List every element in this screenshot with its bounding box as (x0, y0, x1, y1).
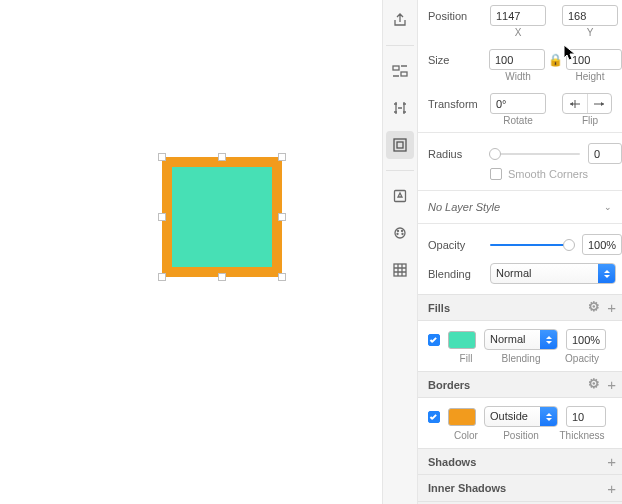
position-label: Position (428, 10, 490, 22)
layout-icon[interactable] (386, 94, 414, 122)
lock-icon[interactable]: 🔒 (545, 53, 566, 67)
caret-icon (540, 407, 557, 426)
borders-section-header[interactable]: Borders (418, 371, 622, 398)
border-enabled-checkbox[interactable] (428, 411, 440, 423)
blending-select[interactable]: Normal (490, 263, 616, 284)
fill-opacity-label: Opacity (558, 353, 606, 364)
position-y-sublabel: Y (562, 27, 618, 38)
smooth-corners-checkbox[interactable] (490, 168, 502, 180)
add-border-button[interactable] (607, 376, 616, 393)
svg-point-7 (402, 231, 403, 232)
fill-label: Fill (448, 353, 484, 364)
resize-handle-mr[interactable] (278, 213, 286, 221)
position-x-sublabel: X (490, 27, 546, 38)
frame-icon[interactable] (386, 131, 414, 159)
fill-blend-select[interactable]: Normal (484, 329, 558, 350)
gear-icon[interactable] (588, 376, 600, 393)
canvas-area[interactable] (0, 0, 382, 504)
position-y-input[interactable] (562, 5, 618, 26)
resize-handle-tm[interactable] (218, 153, 226, 161)
inspector-panel: Position X Y Size 🔒 Width Height Transfo… (418, 0, 622, 504)
svg-rect-0 (393, 66, 399, 70)
svg-rect-3 (397, 142, 403, 148)
caret-icon (540, 330, 557, 349)
shape-fill (172, 167, 272, 267)
opacity-slider[interactable] (490, 238, 574, 252)
svg-rect-1 (401, 72, 407, 76)
border-color-label: Color (448, 430, 484, 441)
flip-sublabel: Flip (562, 115, 618, 126)
fill-opacity-input[interactable] (566, 329, 606, 350)
inspector-tabstrip (382, 0, 418, 504)
grid-icon[interactable] (386, 256, 414, 284)
caret-icon (598, 264, 615, 283)
flip-horizontal-button[interactable] (563, 94, 587, 113)
border-position-label: Position (484, 430, 558, 441)
resize-handle-bm[interactable] (218, 273, 226, 281)
radius-slider[interactable] (490, 147, 580, 161)
resize-handle-tl[interactable] (158, 153, 166, 161)
gear-icon[interactable] (588, 299, 600, 316)
size-height-input[interactable] (566, 49, 622, 70)
opacity-label: Opacity (428, 239, 490, 251)
selected-shape[interactable] (162, 157, 282, 277)
svg-point-5 (395, 228, 405, 238)
fill-color-swatch[interactable] (448, 331, 476, 349)
chevron-down-icon: ⌄ (604, 202, 612, 212)
size-label: Size (428, 54, 489, 66)
border-thickness-input[interactable] (566, 406, 606, 427)
resize-handle-tr[interactable] (278, 153, 286, 161)
style-icon[interactable] (386, 182, 414, 210)
height-sublabel: Height (562, 71, 618, 82)
size-width-input[interactable] (489, 49, 545, 70)
flip-group (562, 93, 612, 114)
transform-label: Transform (428, 98, 490, 110)
svg-rect-10 (394, 264, 406, 276)
align-icon[interactable] (386, 57, 414, 85)
resize-handle-bl[interactable] (158, 273, 166, 281)
svg-point-9 (402, 234, 403, 235)
resize-handle-ml[interactable] (158, 213, 166, 221)
border-position-select[interactable]: Outside (484, 406, 558, 427)
border-thickness-label: Thickness (558, 430, 606, 441)
radius-label: Radius (428, 148, 490, 160)
layer-style-select[interactable]: No Layer Style (428, 201, 500, 213)
position-x-input[interactable] (490, 5, 546, 26)
opacity-input[interactable] (582, 234, 622, 255)
add-inner-shadow-button[interactable] (607, 480, 616, 497)
radius-input[interactable] (588, 143, 622, 164)
width-sublabel: Width (490, 71, 546, 82)
shadows-section-header[interactable]: Shadows (418, 448, 622, 475)
svg-rect-2 (394, 139, 406, 151)
rotate-sublabel: Rotate (490, 115, 546, 126)
appearance-icon[interactable] (386, 219, 414, 247)
rotate-input[interactable] (490, 93, 546, 114)
blending-label: Blending (428, 268, 490, 280)
add-fill-button[interactable] (607, 299, 616, 316)
fill-enabled-checkbox[interactable] (428, 334, 440, 346)
add-shadow-button[interactable] (607, 453, 616, 470)
border-color-swatch[interactable] (448, 408, 476, 426)
fills-section-header[interactable]: Fills (418, 294, 622, 321)
smooth-corners-label: Smooth Corners (508, 168, 588, 180)
svg-point-6 (398, 231, 399, 232)
fill-blending-label: Blending (484, 353, 558, 364)
inner-shadows-section-header[interactable]: Inner Shadows (418, 475, 622, 502)
flip-vertical-button[interactable] (587, 94, 612, 113)
share-icon[interactable] (386, 6, 414, 34)
svg-point-8 (397, 234, 398, 235)
resize-handle-br[interactable] (278, 273, 286, 281)
